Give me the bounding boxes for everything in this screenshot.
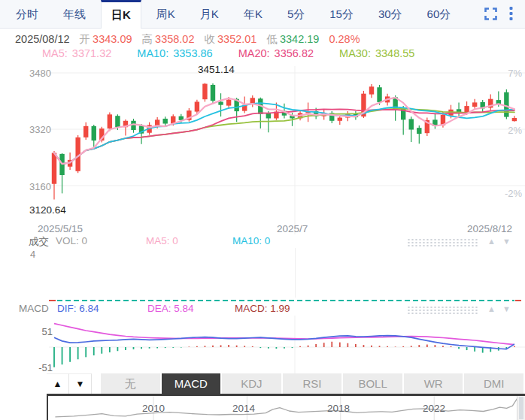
candle: [425, 118, 429, 136]
candle: [131, 119, 135, 133]
indicator-tab-wr[interactable]: WR: [404, 373, 465, 394]
candle: [83, 122, 88, 140]
candle: [369, 84, 374, 98]
pane-down-button[interactable]: ▼: [69, 373, 92, 394]
candle: [92, 125, 96, 147]
indicator-tab-dmi[interactable]: DMI: [464, 373, 525, 394]
tab-monthly-k[interactable]: 月K: [190, 0, 229, 28]
ma30-label: MA30:: [339, 47, 371, 59]
x-axis-date: 2025/5/15: [38, 223, 83, 234]
indicator-tab-kdj[interactable]: KDJ: [222, 373, 283, 394]
tab-5min[interactable]: 5分: [278, 0, 314, 28]
tab-yearline[interactable]: 年线: [53, 0, 96, 28]
macd-pane-header: MACD DIF: 6.84 DEA: 5.84 MACD: 1.99 ▲ ▼: [0, 303, 525, 316]
low-value: 3342.19: [280, 33, 319, 45]
ma5-value: 3371.32: [72, 47, 111, 59]
candle: [472, 99, 477, 110]
macd-value: MACD: 1.99: [235, 303, 290, 314]
change-percent: 0.28%: [329, 33, 360, 45]
macd-pane-collapse-icon[interactable]: ▼: [502, 304, 511, 313]
fullscreen-icon[interactable]: [484, 8, 497, 20]
indicator-tab-none[interactable]: 无: [101, 373, 162, 394]
ma10-label: MA10:: [137, 47, 168, 59]
candle: [211, 83, 215, 104]
period-tabbar: 分时 年线 日K 周K 月K 年K 5分 15分 30分 60分: [0, 0, 525, 29]
pct-axis-label: -2%: [492, 188, 522, 199]
candle: [329, 111, 334, 123]
candle: [218, 93, 223, 116]
pane-up-button[interactable]: ▲: [47, 373, 69, 394]
dea-line: [54, 324, 514, 345]
high-annotation: 3451.14: [198, 64, 235, 75]
macd-pane-title: MACD: [19, 303, 49, 314]
indicator-tab-macd[interactable]: MACD: [162, 373, 223, 394]
ohlc-info-line: 2025/08/12 开3343.09 高3358.02 收3352.01 低3…: [15, 32, 360, 47]
macd-chart[interactable]: [0, 316, 525, 373]
divider-red-cap: [49, 300, 56, 301]
high-label: 高: [142, 33, 153, 45]
tab-60min[interactable]: 60分: [417, 0, 461, 28]
tab-daily-k[interactable]: 日K: [101, 0, 141, 29]
candle: [202, 83, 207, 102]
candle: [504, 89, 508, 119]
pct-axis-label: 7%: [492, 68, 522, 79]
y-axis-label: 3320: [15, 124, 51, 135]
navigator-scrollbar-thumb[interactable]: [519, 397, 523, 419]
pane-divider-dashed[interactable]: [57, 300, 514, 301]
open-value: 3343.09: [93, 33, 132, 45]
candle: [488, 95, 493, 110]
volume-gridline: [295, 248, 296, 298]
navigator-year-label: 2018: [322, 403, 355, 414]
divider-red-cap: [515, 300, 521, 301]
tab-yearly-k[interactable]: 年K: [234, 0, 272, 28]
tab-weekly-k[interactable]: 周K: [147, 0, 185, 28]
ma5-label: MA5:: [42, 47, 68, 59]
x-axis-date: 2025/7: [277, 223, 308, 234]
stock-chart-app: 分时 年线 日K 周K 月K 年K 5分 15分 30分 60分: [0, 0, 525, 420]
high-value: 3358.02: [155, 33, 194, 45]
indicator-tab-rsi[interactable]: RSI: [283, 373, 344, 394]
volume-pane-expand-icon[interactable]: ▲: [487, 237, 496, 246]
candle: [457, 102, 461, 117]
tab-30min[interactable]: 30分: [369, 0, 412, 28]
close-label: 收: [205, 33, 216, 45]
ma-legend: MA5:3371.32 MA10:3353.86 MA20:3356.82 MA…: [42, 47, 419, 59]
candle: [512, 116, 517, 121]
indicator-tab-boll[interactable]: BOLL: [343, 373, 404, 394]
volume-ma5: MA5: 0: [146, 235, 178, 246]
candle: [123, 119, 128, 136]
macd-pane-drag-handle[interactable]: [407, 306, 479, 314]
volume-pane-title: 成交: [29, 235, 49, 249]
candlestick-chart[interactable]: [0, 60, 525, 237]
volume-value: VOL: 0: [56, 235, 87, 246]
trade-date: 2025/08/12: [15, 33, 70, 45]
candle: [481, 100, 485, 112]
tab-minute[interactable]: 分时: [6, 0, 48, 28]
volume-ma10: MA10: 0: [232, 235, 270, 246]
close-value: 3352.01: [217, 33, 256, 45]
indicator-toolbar: ▲ ▼ 无 MACD KDJ RSI BOLL WR DMI: [47, 373, 525, 394]
navigator-year-label: 2010: [137, 403, 170, 414]
navigator-scrollbar[interactable]: [517, 396, 525, 420]
indicator-tab-strip: 无 MACD KDJ RSI BOLL WR DMI: [101, 373, 525, 394]
candle: [139, 124, 144, 144]
open-label: 开: [80, 33, 91, 45]
candle: [52, 151, 56, 199]
volume-axis-label: 4: [30, 249, 35, 260]
candle: [59, 153, 64, 193]
dea-value: DEA: 5.84: [147, 303, 194, 314]
volume-pane-collapse-icon[interactable]: ▼: [502, 237, 511, 246]
menu-dots-icon[interactable]: [509, 7, 513, 21]
y-axis-label: 3160: [15, 181, 51, 192]
pct-axis-label: 2%: [492, 125, 522, 136]
candle: [250, 95, 255, 107]
volume-pane-header: 成交 VOL: 0 MA5: 0 MA10: 0 ▲ ▼: [0, 235, 525, 249]
x-axis-date: 2025/8/12: [467, 223, 512, 234]
low-label: 低: [266, 33, 278, 45]
volume-pane-drag-handle[interactable]: [407, 238, 479, 246]
candle: [417, 125, 421, 144]
navigator-year-label: 2014: [227, 403, 260, 414]
low-annotation: 3120.64: [29, 204, 66, 216]
macd-pane-expand-icon[interactable]: ▲: [487, 304, 496, 313]
tab-15min[interactable]: 15分: [320, 0, 363, 28]
